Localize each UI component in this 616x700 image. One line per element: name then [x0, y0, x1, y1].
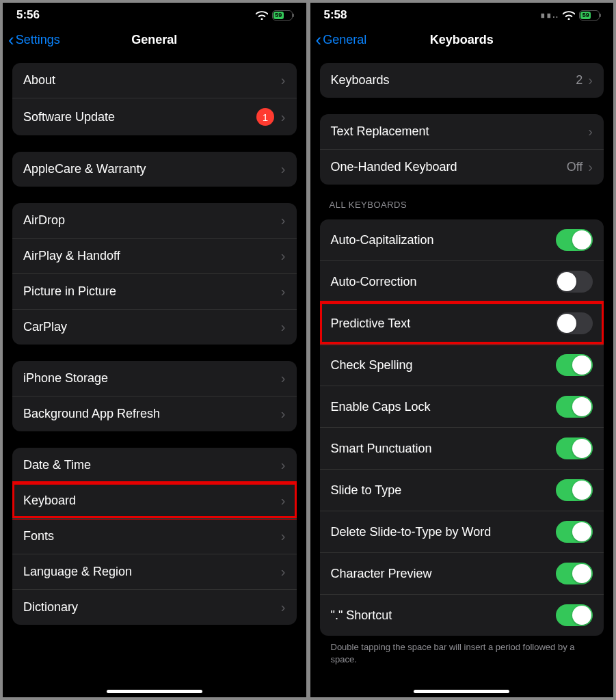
- row-value: Off: [567, 160, 583, 174]
- toggle-knob: [572, 564, 591, 583]
- settings-row[interactable]: Date & Time›: [12, 448, 297, 483]
- toggle-switch[interactable]: [556, 521, 593, 543]
- settings-row[interactable]: Auto-Correction: [320, 260, 604, 302]
- toggle-switch[interactable]: [556, 354, 593, 376]
- row-value: 2: [576, 73, 582, 88]
- toggle-switch[interactable]: [556, 604, 593, 626]
- toggle-switch[interactable]: [556, 396, 593, 418]
- toggle-switch[interactable]: [556, 271, 593, 293]
- row-label: Dictionary: [23, 600, 281, 615]
- row-label: Picture in Picture: [23, 284, 281, 299]
- settings-row[interactable]: Auto-Capitalization: [320, 219, 604, 260]
- settings-row[interactable]: "." Shortcut: [320, 594, 604, 636]
- battery-icon: 59: [272, 10, 293, 21]
- settings-row[interactable]: Dictionary›: [12, 589, 297, 625]
- settings-row[interactable]: Software Update1›: [12, 98, 297, 135]
- row-label: Auto-Correction: [331, 275, 557, 289]
- settings-row[interactable]: iPhone Storage›: [12, 361, 297, 396]
- toggle-knob: [557, 272, 576, 291]
- settings-row[interactable]: Keyboards2›: [320, 63, 604, 98]
- toggle-switch[interactable]: [556, 479, 593, 501]
- group-header: ALL KEYBOARDS: [320, 185, 604, 214]
- settings-group: Date & Time›Keyboard›Fonts›Language & Re…: [12, 448, 297, 625]
- toggle-knob: [572, 439, 591, 458]
- settings-group: iPhone Storage›Background App Refresh›: [12, 361, 297, 431]
- battery-level: 59: [273, 12, 284, 19]
- settings-row[interactable]: Language & Region›: [12, 554, 297, 589]
- chevron-right-icon: ›: [281, 248, 286, 264]
- status-right: 59: [256, 10, 293, 21]
- row-label: AirPlay & Handoff: [23, 249, 281, 263]
- chevron-right-icon: ›: [281, 213, 286, 228]
- wifi-icon: [563, 11, 575, 20]
- page-title: General: [131, 33, 177, 47]
- row-label: Software Update: [23, 110, 256, 124]
- status-time: 5:56: [16, 8, 40, 22]
- row-label: Keyboards: [331, 73, 576, 88]
- settings-row[interactable]: Check Spelling: [320, 344, 604, 386]
- chevron-right-icon: ›: [281, 528, 286, 544]
- settings-row[interactable]: One-Handed KeyboardOff›: [320, 149, 604, 185]
- row-label: Date & Time: [23, 458, 281, 472]
- settings-row[interactable]: AirPlay & Handoff›: [12, 238, 297, 273]
- settings-row[interactable]: Picture in Picture›: [12, 273, 297, 309]
- settings-row[interactable]: About›: [12, 63, 297, 98]
- settings-row[interactable]: Slide to Type: [320, 469, 604, 511]
- chevron-left-icon: ‹: [8, 31, 14, 49]
- settings-row[interactable]: Background App Refresh›: [12, 396, 297, 431]
- toggle-switch[interactable]: [556, 438, 593, 459]
- toggle-knob: [572, 230, 591, 250]
- home-indicator[interactable]: [414, 690, 509, 693]
- chevron-right-icon: ›: [281, 72, 286, 88]
- settings-group: Auto-CapitalizationAuto-CorrectionPredic…: [320, 219, 604, 636]
- chevron-right-icon: ›: [588, 124, 593, 139]
- row-label: AirDrop: [23, 213, 281, 228]
- toggle-switch[interactable]: [556, 312, 593, 334]
- settings-row[interactable]: Character Preview: [320, 552, 604, 594]
- toggle-switch[interactable]: [556, 563, 593, 584]
- settings-row[interactable]: CarPlay›: [12, 309, 297, 345]
- chevron-right-icon: ›: [281, 109, 286, 125]
- nav-header: ‹ General Keyboards: [310, 26, 614, 56]
- status-bar: 5:56 59: [3, 3, 306, 26]
- screenshot-left: 5:56 59 ‹ Settings General About›Softwar…: [3, 3, 306, 697]
- chevron-left-icon: ‹: [316, 31, 322, 49]
- row-label: Smart Punctuation: [331, 442, 557, 456]
- row-label: Background App Refresh: [23, 407, 281, 421]
- chevron-right-icon: ›: [281, 284, 286, 299]
- toggle-knob: [572, 522, 591, 541]
- settings-row[interactable]: Fonts›: [12, 518, 297, 554]
- settings-row[interactable]: Predictive Text: [320, 302, 604, 344]
- settings-group: Text Replacement›One-Handed KeyboardOff›: [320, 114, 604, 185]
- settings-row[interactable]: Keyboard›: [12, 483, 297, 518]
- back-button[interactable]: ‹ General: [316, 31, 367, 49]
- row-label: Language & Region: [23, 565, 281, 579]
- back-button[interactable]: ‹ Settings: [8, 31, 60, 49]
- battery-icon: 59: [579, 10, 600, 21]
- settings-row[interactable]: AppleCare & Warranty›: [12, 152, 297, 187]
- settings-group: About›Software Update1›: [12, 63, 297, 135]
- toggle-switch[interactable]: [556, 229, 593, 251]
- screenshot-right: 5:58 ∎∎.. 59 ‹ General Keyboards Keyboar…: [310, 3, 614, 697]
- settings-row[interactable]: Smart Punctuation: [320, 427, 604, 469]
- row-label: "." Shortcut: [331, 608, 557, 623]
- home-indicator[interactable]: [107, 690, 202, 693]
- row-label: Enable Caps Lock: [331, 400, 557, 414]
- toggle-knob: [572, 355, 591, 375]
- status-right: ∎∎.. 59: [540, 10, 600, 21]
- settings-row[interactable]: Enable Caps Lock: [320, 386, 604, 427]
- row-label: Slide to Type: [331, 483, 557, 498]
- chevron-right-icon: ›: [281, 493, 286, 509]
- chevron-right-icon: ›: [281, 371, 286, 386]
- settings-group: AppleCare & Warranty›: [12, 152, 297, 187]
- toggle-knob: [557, 314, 576, 333]
- chevron-right-icon: ›: [281, 319, 286, 335]
- row-label: iPhone Storage: [23, 371, 281, 386]
- back-label: Settings: [16, 33, 60, 47]
- settings-row[interactable]: Text Replacement›: [320, 114, 604, 149]
- page-title: Keyboards: [430, 33, 494, 47]
- status-bar: 5:58 ∎∎.. 59: [310, 3, 614, 26]
- toggle-knob: [572, 481, 591, 500]
- settings-row[interactable]: Delete Slide-to-Type by Word: [320, 511, 604, 552]
- settings-row[interactable]: AirDrop›: [12, 203, 297, 238]
